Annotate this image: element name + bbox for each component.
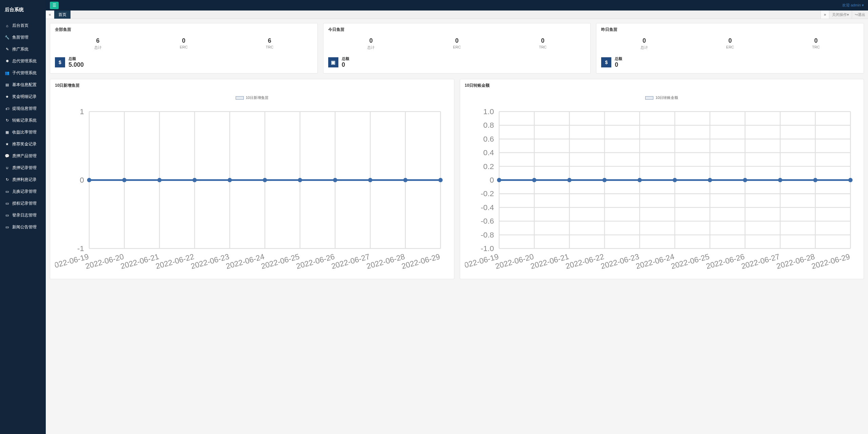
svg-text:0.6: 0.6 [483,135,494,143]
stat-1: 0ERC [141,36,226,51]
sidebar-item-10[interactable]: ★推荐奖金记录 [0,138,46,150]
svg-text:2022-06-20: 2022-06-20 [494,252,534,271]
sidebar-item-17[interactable]: ▭新闻公告管理 [0,221,46,233]
total-label: 总额 [615,56,622,61]
svg-text:2022-06-28: 2022-06-28 [775,252,815,271]
app-title: 后台系统 [0,0,46,20]
sidebar-item-label: 基本信息配置 [12,82,37,88]
sidebar-item-13[interactable]: ↻质押利息记录 [0,174,46,186]
user-dropdown[interactable]: 欢迎 admin ▾ [842,3,864,8]
svg-text:2022-06-26: 2022-06-26 [705,252,745,271]
sidebar-item-3[interactable]: ✱总代管理系统 [0,55,46,67]
sidebar-item-label: 收益比率管理 [12,129,37,135]
chart-title: 10日新增鱼苗 [50,79,454,92]
svg-point-83 [497,178,501,182]
legend-label: 10日转账金额 [655,95,678,100]
file-icon: ▤ [5,83,9,87]
stats-row: 0总计0ERC0TRC [328,36,586,51]
stat-label: ERC [414,45,500,49]
stat-value: 0 [414,37,500,44]
stat-label: TRC [773,45,859,49]
stat-card-1: 今日鱼苗0总计0ERC0TRC▣总额0 [323,23,591,74]
close-ops-label: 关闭操作 [832,12,847,17]
sidebar-item-0[interactable]: ⌂后台首页 [0,20,46,32]
total-row: $总额5.000 [55,56,313,68]
sidebar-item-label: 提现信息管理 [12,106,37,111]
stat-value: 0 [141,37,226,44]
svg-text:2022-06-21: 2022-06-21 [529,252,570,271]
sidebar-item-label: 转账记录系统 [12,118,37,123]
tag-icon: 🏷 [5,106,9,111]
menu-toggle-button[interactable]: ☰ [50,2,59,9]
chart-card-0: 10日新增鱼苗10日新增鱼苗-1012022-06-192022-06-2020… [50,79,454,279]
sidebar-item-1[interactable]: 🔧鱼苗管理 [0,32,46,43]
dollar-icon: $ [55,57,65,67]
sidebar-menu: ⌂后台首页🔧鱼苗管理✎推广系统✱总代管理系统👥子代管理系统▤基本信息配置★奖金明… [0,20,46,233]
stat-2: 6TRC [226,36,312,51]
content-area: 全部鱼苗6总计0ERC6TRC$总额5.000今日鱼苗0总计0ERC0TRC▣总… [46,0,868,290]
comment-icon: 💬 [5,154,9,159]
sidebar-item-label: 奖金明细记录 [12,94,37,100]
svg-text:-0.2: -0.2 [480,189,494,198]
svg-text:1: 1 [80,107,84,116]
tab-scroll-left-button[interactable]: « [46,11,54,19]
sidebar-item-4[interactable]: 👥子代管理系统 [0,67,46,79]
svg-point-85 [567,178,572,182]
sidebar-item-8[interactable]: ↻转账记录系统 [0,115,46,126]
sidebar-item-label: 新闻公告管理 [12,224,37,230]
stat-value: 0 [500,37,586,44]
logout-button[interactable]: ↪ 退出 [852,11,868,19]
total-row: ▣总额0 [328,56,586,68]
svg-point-33 [263,178,267,182]
svg-point-86 [602,178,607,182]
legend-label: 10日新增鱼苗 [246,95,269,100]
tab-scroll-right-button[interactable]: » [821,11,829,19]
total-row: $总额0 [601,56,859,68]
archive-icon: ▣ [328,57,338,67]
svg-point-88 [672,178,677,182]
stat-label: 总计 [601,45,687,50]
stat-value: 6 [226,37,312,44]
svg-point-93 [848,178,852,182]
svg-text:0.8: 0.8 [483,121,494,129]
chart-svg: -1012022-06-192022-06-202022-06-212022-0… [55,103,449,274]
sidebar-item-15[interactable]: ▭授权记录管理 [0,198,46,209]
sidebar-item-7[interactable]: 🏷提现信息管理 [0,103,46,115]
sidebar-item-5[interactable]: ▤基本信息配置 [0,79,46,91]
svg-text:2022-06-23: 2022-06-23 [599,252,640,271]
chart-svg: -1.0-0.8-0.6-0.4-0.200.20.40.60.81.02022… [465,103,859,274]
sidebar: 后台系统 ⌂后台首页🔧鱼苗管理✎推广系统✱总代管理系统👥子代管理系统▤基本信息配… [0,0,46,290]
svg-point-84 [532,178,536,182]
sidebar-item-label: 质押记录管理 [12,165,37,171]
stat-label: 总计 [55,45,141,50]
calendar-icon: ▦ [5,130,9,135]
sidebar-item-label: 兑换记录管理 [12,189,37,194]
stat-2: 0TRC [500,36,586,51]
sidebar-item-11[interactable]: 💬质押产品管理 [0,150,46,162]
chart-card-1: 10日转账金额10日转账金额-1.0-0.8-0.6-0.4-0.200.20.… [460,79,864,279]
close-ops-dropdown[interactable]: 关闭操作 ▾ [829,11,852,19]
sidebar-item-2[interactable]: ✎推广系统 [0,43,46,55]
svg-text:2022-06-19: 2022-06-19 [55,252,90,271]
svg-text:0: 0 [80,175,84,184]
topbar: ☰ 欢迎 admin ▾ [46,0,868,11]
stat-1: 0ERC [687,36,773,51]
sidebar-item-14[interactable]: ▭兑换记录管理 [0,186,46,198]
stat-1: 0ERC [414,36,500,51]
logout-label: 退出 [858,12,865,17]
magnet-icon: ∪ [5,166,9,170]
svg-point-87 [637,178,642,182]
card-title: 昨日鱼苗 [596,23,864,36]
legend-swatch [645,96,653,100]
sidebar-item-label: 鱼苗管理 [12,35,28,40]
card-title: 全部鱼苗 [50,23,317,36]
svg-text:2022-06-24: 2022-06-24 [635,252,675,271]
sidebar-item-12[interactable]: ∪质押记录管理 [0,162,46,174]
svg-text:-0.4: -0.4 [480,203,494,212]
sidebar-item-9[interactable]: ▦收益比率管理 [0,126,46,138]
sidebar-item-label: 总代管理系统 [12,58,37,64]
sidebar-item-6[interactable]: ★奖金明细记录 [0,91,46,103]
tab-home[interactable]: 首页 [54,11,71,19]
stats-row: 6总计0ERC6TRC [55,36,313,51]
sidebar-item-16[interactable]: ▭登录日志管理 [0,209,46,221]
